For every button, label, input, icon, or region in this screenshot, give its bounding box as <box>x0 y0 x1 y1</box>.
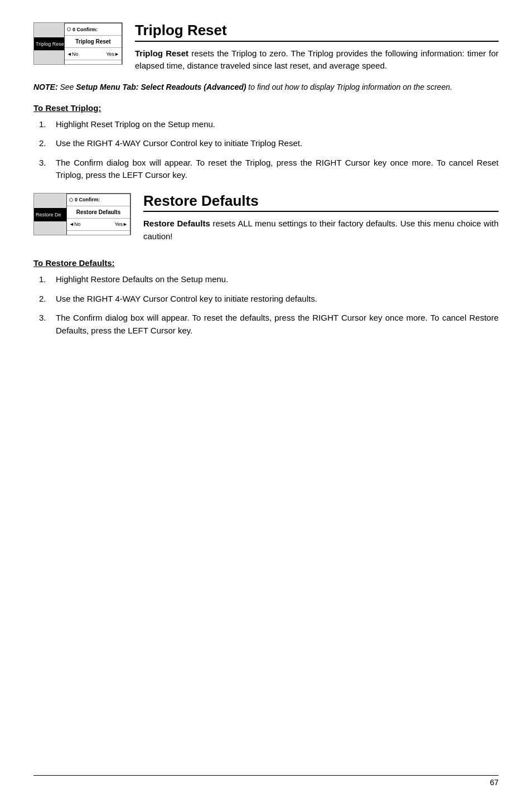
restore-step-3-num: 3. <box>39 312 56 325</box>
triplog-title-block: Triplog Reset Triplog Reset resets the T… <box>135 22 499 72</box>
triplog-note: NOTE: See Setup Menu Tab: Select Readout… <box>33 81 499 93</box>
footer-line <box>33 775 499 776</box>
restore-step-1-text: Highlight Restore Defaults on the Setup … <box>56 273 499 286</box>
page-number: 67 <box>490 778 499 787</box>
restore-description: Restore Defaults resets ALL menu setting… <box>143 217 499 243</box>
restore-step-2: 2. Use the RIGHT 4-WAY Cursor Control ke… <box>33 293 499 306</box>
triplog-bullet <box>67 27 71 31</box>
triplog-description: Triplog Reset resets the Triplog to zero… <box>135 47 499 72</box>
triplog-step-3-text: The Confirm dialog box will appear. To r… <box>56 157 499 182</box>
restore-step-2-num: 2. <box>39 293 56 306</box>
restore-sub-heading: To Restore Defaults: <box>33 258 499 268</box>
restore-title: Restore Defaults <box>143 193 499 212</box>
restore-device-image: Restore De 0 Confirm: Restore Defaults ◄… <box>33 193 131 235</box>
triplog-confirm-nav: ◄No Yes► <box>65 48 122 60</box>
restore-step-1-num: 1. <box>39 273 56 286</box>
triplog-steps-list: 1. Highlight Reset Triplog on the Setup … <box>33 118 499 182</box>
triplog-section-header: Triplog Rese 0 Confirm: Triplog Reset ◄N… <box>33 22 499 72</box>
triplog-note-text: See <box>58 83 76 91</box>
triplog-device-image: Triplog Rese 0 Confirm: Triplog Reset ◄N… <box>33 22 123 65</box>
triplog-step-1-text: Highlight Reset Triplog on the Setup men… <box>56 118 499 131</box>
restore-confirm-nav: ◄No Yes► <box>67 219 130 231</box>
restore-step-2-text: Use the RIGHT 4-WAY Cursor Control key t… <box>56 293 499 306</box>
triplog-confirm-menu: Triplog Reset <box>65 36 122 48</box>
triplog-sub-heading: To Reset Triplog: <box>33 103 499 113</box>
triplog-step-2-text: Use the RIGHT 4-WAY Cursor Control key t… <box>56 137 499 150</box>
triplog-step-1: 1. Highlight Reset Triplog on the Setup … <box>33 118 499 131</box>
restore-step-3: 3. The Confirm dialog box will appear. T… <box>33 312 499 337</box>
triplog-bold-term: Triplog Reset <box>135 49 188 58</box>
page-content: Triplog Rese 0 Confirm: Triplog Reset ◄N… <box>0 0 532 381</box>
restore-step-1: 1. Highlight Restore Defaults on the Set… <box>33 273 499 286</box>
triplog-step-2: 2. Use the RIGHT 4-WAY Cursor Control ke… <box>33 137 499 150</box>
triplog-note-tail: to find out how to display Triplog infor… <box>246 83 452 91</box>
restore-steps-list: 1. Highlight Restore Defaults on the Set… <box>33 273 499 337</box>
triplog-step-2-num: 2. <box>39 137 56 150</box>
triplog-step-3-num: 3. <box>39 157 56 170</box>
triplog-confirm-title: 0 Confirm: <box>65 23 122 36</box>
restore-bold-term: Restore Defaults <box>143 219 210 228</box>
triplog-confirm-box: 0 Confirm: Triplog Reset ◄No Yes► <box>64 23 122 64</box>
triplog-note-bold: Setup Menu Tab: Select Readouts (Advance… <box>76 83 246 91</box>
triplog-title: Triplog Reset <box>135 22 499 42</box>
restore-step-3-text: The Confirm dialog box will appear. To r… <box>56 312 499 337</box>
triplog-desc-text: resets the Triplog to zero. The Triplog … <box>135 49 499 71</box>
restore-confirm-title: 0 Confirm: <box>67 194 130 206</box>
triplog-note-label: NOTE: <box>33 83 58 91</box>
restore-confirm-menu: Restore Defaults <box>67 206 130 219</box>
restore-confirm-box: 0 Confirm: Restore Defaults ◄No Yes► <box>66 194 130 235</box>
restore-bullet <box>69 198 73 202</box>
triplog-step-1-num: 1. <box>39 118 56 131</box>
restore-section-header: Restore De 0 Confirm: Restore Defaults ◄… <box>33 193 499 243</box>
triplog-step-3: 3. The Confirm dialog box will appear. T… <box>33 157 499 182</box>
restore-title-block: Restore Defaults Restore Defaults resets… <box>143 193 499 243</box>
